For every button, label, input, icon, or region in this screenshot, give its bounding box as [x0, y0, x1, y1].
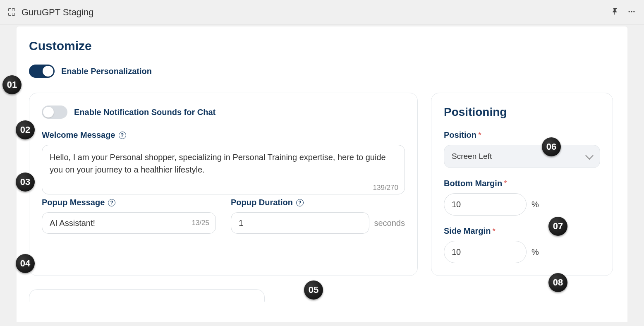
- chevron-down-icon: [585, 151, 594, 160]
- welcome-message-wrap: 139/270: [42, 145, 405, 196]
- enable-sounds-row: Enable Notification Sounds for Chat: [42, 105, 405, 119]
- topbar: GuruGPT Staging: [0, 0, 644, 25]
- position-value: Screen Left: [452, 152, 492, 161]
- side-margin-input[interactable]: [444, 241, 527, 263]
- positioning-card: Positioning Position* Screen Left Bottom…: [431, 93, 613, 276]
- badge-05: 05: [304, 280, 323, 300]
- welcome-char-count: 139/270: [373, 184, 398, 192]
- popup-duration-wrap: seconds: [231, 212, 405, 234]
- enable-personalization-row: Enable Personalization: [29, 65, 615, 78]
- help-icon[interactable]: ?: [108, 199, 115, 206]
- badge-07: 07: [548, 217, 567, 236]
- main-card: Enable Notification Sounds for Chat Welc…: [29, 93, 418, 276]
- enable-sounds-label: Enable Notification Sounds for Chat: [74, 108, 215, 117]
- percent-suffix: %: [531, 247, 539, 257]
- badge-08: 08: [548, 273, 567, 292]
- popup-message-label: Popup Message ?: [42, 198, 216, 207]
- app-title: GuruGPT Staging: [22, 7, 93, 18]
- popup-msg-count: 13/25: [192, 219, 209, 227]
- position-label: Position*: [444, 130, 600, 140]
- bottom-margin-input[interactable]: [444, 193, 527, 216]
- side-margin-label: Side Margin*: [444, 226, 600, 236]
- bottom-margin-label: Bottom Margin*: [444, 179, 600, 188]
- bottom-margin-row: %: [444, 193, 600, 216]
- svg-point-1: [631, 11, 632, 12]
- popup-message-wrap: 13/25: [42, 212, 216, 234]
- columns: Enable Notification Sounds for Chat Welc…: [29, 93, 615, 276]
- popup-duration-label: Popup Duration ?: [231, 198, 405, 207]
- badge-02: 02: [16, 120, 35, 139]
- pin-icon[interactable]: [611, 7, 619, 17]
- welcome-message-input[interactable]: [42, 145, 405, 194]
- badge-04: 04: [16, 254, 35, 273]
- positioning-title: Positioning: [444, 105, 600, 119]
- enable-personalization-toggle[interactable]: [29, 65, 55, 78]
- popup-message-input[interactable]: [42, 212, 216, 234]
- svg-point-0: [629, 11, 630, 12]
- position-select-wrap: Screen Left: [444, 145, 600, 168]
- percent-suffix: %: [531, 200, 539, 209]
- popup-row: Popup Message ? 13/25 Popup Duration ?: [42, 198, 405, 234]
- more-icon[interactable]: [627, 7, 636, 17]
- enable-sounds-toggle[interactable]: [42, 105, 67, 119]
- badge-03: 03: [16, 173, 35, 192]
- seconds-suffix: seconds: [374, 218, 405, 228]
- welcome-message-label: Welcome Message ?: [42, 130, 405, 140]
- topbar-left: GuruGPT Staging: [8, 7, 93, 18]
- page-title: Customize: [29, 39, 615, 53]
- badge-06: 06: [542, 137, 561, 156]
- next-card-peek: [29, 289, 265, 302]
- topbar-right: [611, 7, 636, 17]
- popup-duration-input[interactable]: [231, 212, 369, 234]
- svg-point-2: [633, 11, 634, 12]
- apps-grid-icon[interactable]: [8, 8, 17, 17]
- help-icon[interactable]: ?: [296, 199, 304, 206]
- help-icon[interactable]: ?: [119, 132, 126, 139]
- badge-01: 01: [2, 75, 22, 94]
- page: Customize Enable Personalization Enable …: [17, 26, 627, 322]
- position-select[interactable]: Screen Left: [444, 145, 600, 168]
- enable-personalization-label: Enable Personalization: [61, 67, 152, 76]
- side-margin-row: %: [444, 241, 600, 263]
